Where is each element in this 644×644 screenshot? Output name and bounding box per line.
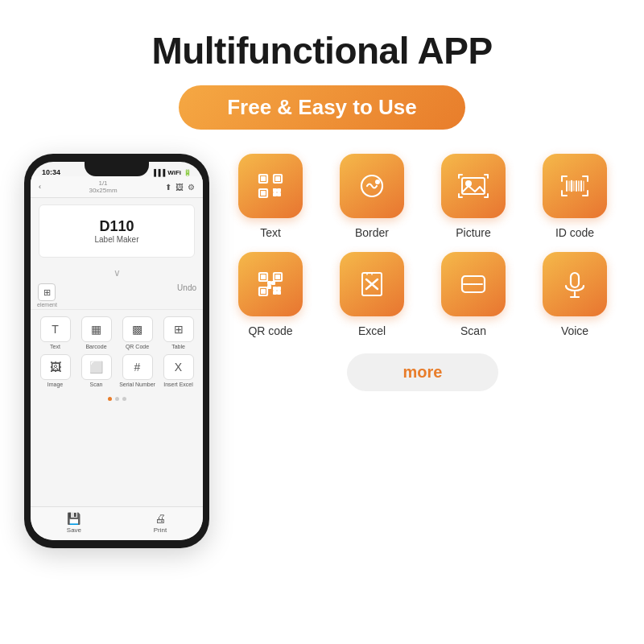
image-icon[interactable]: 🖼 [175,183,184,192]
svg-rect-30 [278,287,280,290]
serial-label: Serial Number [119,382,155,387]
scan-icon: ⬜ [81,354,112,380]
svg-rect-26 [275,275,280,279]
serial-icon: # [122,354,153,380]
subtitle-pill: Free & Easy to Use [179,85,465,130]
excel-label: Insert Excel [163,382,193,387]
image-label: Image [47,382,63,387]
tool-element[interactable]: ⊞ element [37,283,57,308]
back-icon[interactable]: ‹ [39,183,41,191]
print-icon: 🖨 [155,512,166,525]
svg-rect-24 [261,275,266,279]
element-label: element [37,302,57,308]
nav-page: 1/1 [89,180,117,187]
list-item[interactable]: 🖼 Image [37,354,73,387]
qrcode-feature-label: QR code [248,324,292,337]
qrcode-feature-svg [254,268,287,300]
feature-text: Text [225,154,316,239]
tools-top-row: ⊞ element Undo [31,282,203,310]
feature-scan: Scan [428,252,518,337]
list-item[interactable]: ⬜ Scan [78,354,114,387]
excel-feature-svg [356,268,388,300]
wifi-icon: WiFi [167,169,181,176]
status-time: 10:34 [42,168,60,176]
svg-rect-8 [278,189,280,192]
border-feature-icon-box [340,154,404,218]
element-icon: ⊞ [38,283,56,301]
text-label: Text [50,344,60,349]
tool-undo[interactable]: Undo [177,283,196,308]
chevron-down: ∨ [31,264,203,282]
list-item[interactable]: T Text [37,316,73,349]
more-button[interactable]: more [347,353,499,391]
svg-rect-35 [268,286,270,288]
phone-screen: 10:34 ▐▐▐ WiFi 🔋 ‹ 1/1 30x25mm ⬆ 🖼 ⚙ [31,162,203,540]
undo-icon: Undo [177,283,196,292]
svg-rect-7 [274,189,276,192]
scan-feature-icon-box [441,252,506,316]
idcode-feature-label: ID code [555,226,594,239]
list-item[interactable]: ▩ QR Code [119,316,155,349]
text-feature-icon-box [238,154,303,218]
svg-rect-3 [275,176,280,181]
qrcode-label: QR Code [126,344,149,349]
list-item[interactable]: X Insert Excel [160,354,196,387]
label-title: D110 [47,218,186,235]
phone-notch [85,162,149,176]
svg-rect-34 [272,282,275,284]
save-button[interactable]: 💾 Save [67,512,81,534]
bottom-bar: 💾 Save 🖨 Print [31,506,203,540]
feature-qrcode: QR code [225,252,316,337]
list-item[interactable]: ⊞ Table [160,316,196,349]
idcode-feature-icon-box [543,154,607,218]
excel-icon: X [163,354,194,380]
share-icon[interactable]: ⬆ [165,183,171,192]
svg-rect-32 [278,291,280,294]
border-feature-svg [356,170,388,202]
battery-icon: 🔋 [184,169,192,176]
border-feature-label: Border [355,226,389,239]
svg-rect-39 [571,273,579,287]
feature-excel: Excel [327,252,417,337]
content-area: 10:34 ▐▐▐ WiFi 🔋 ‹ 1/1 30x25mm ⬆ 🖼 ⚙ [0,138,644,556]
barcode-label: Barcode [85,344,106,349]
print-label: Print [154,526,167,534]
text-icon: T [40,316,71,342]
svg-rect-1 [261,176,266,181]
feature-picture: Picture [428,154,518,239]
picture-feature-svg [457,170,489,202]
list-item[interactable]: # Serial Number [119,354,155,387]
svg-rect-9 [274,193,276,196]
text-feature-label: Text [260,226,281,239]
nav-actions: ⬆ 🖼 ⚙ [165,183,195,192]
qrcode-icon: ▩ [122,316,153,342]
svg-point-12 [376,180,379,184]
table-label: Table [171,344,185,349]
feature-border: Border [327,154,417,239]
svg-rect-31 [274,291,276,294]
excel-feature-icon-box [340,252,404,316]
scan-feature-label: Scan [460,324,486,337]
list-item[interactable]: ▦ Barcode [78,316,114,349]
image-icon: 🖼 [40,354,71,380]
picture-feature-label: Picture [456,226,491,239]
print-button[interactable]: 🖨 Print [154,512,167,534]
qrcode-feature-icon-box [238,252,303,316]
features-row-2: QR code Excel [225,252,620,337]
phone-mockup: 10:34 ▐▐▐ WiFi 🔋 ‹ 1/1 30x25mm ⬆ 🖼 ⚙ [24,154,209,548]
dot-active [108,397,112,401]
features-row-1: Text Border [225,154,620,239]
app-navbar: ‹ 1/1 30x25mm ⬆ 🖼 ⚙ [31,176,203,198]
save-label: Save [67,526,81,534]
scan-feature-svg [457,268,489,300]
voice-feature-svg [559,268,591,300]
label-subtitle: Label Maker [47,235,186,244]
scan-label: Scan [90,382,103,387]
status-icons: ▐▐▐ WiFi 🔋 [151,169,192,176]
settings-icon[interactable]: ⚙ [188,183,195,192]
more-section: more [225,350,620,391]
nav-size: 30x25mm [89,187,117,194]
voice-feature-icon-box [543,252,607,316]
tools-grid: T Text ▦ Barcode ▩ QR Code ⊞ Table 🖼 [31,310,203,394]
feature-voice: Voice [530,252,620,337]
